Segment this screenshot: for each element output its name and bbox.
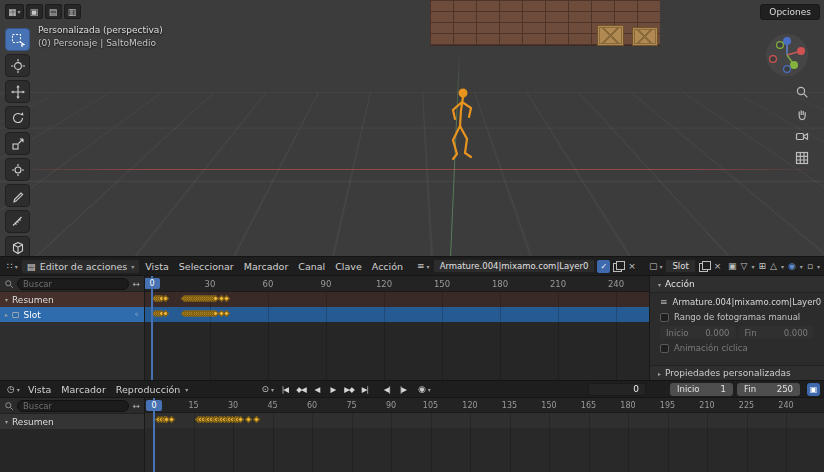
x-axis-ball[interactable] [797,47,805,55]
manual-range-checkbox-row[interactable]: Rango de fotogramas manual [650,310,824,324]
chevron-down-icon[interactable]: ▾ [817,263,820,270]
new-action-button[interactable] [610,259,626,273]
jump-to-end-button[interactable]: ▶| [357,382,373,396]
start-frame-field[interactable]: Inicio 1 [670,383,733,396]
fake-user-shield-toggle[interactable]: ✓ [597,260,610,273]
chevron-down-icon[interactable]: ▾ [752,263,755,270]
current-frame-field[interactable]: 0 [588,383,646,396]
new-slot-button[interactable] [696,259,712,273]
play-reverse-button[interactable]: ◀ [309,382,325,396]
playhead[interactable]: 0 [153,398,155,472]
tool-select-box[interactable] [5,28,30,51]
viewport-pan-button[interactable] [794,106,809,121]
chevron-down-icon[interactable]: ▾ [800,263,803,270]
snap-toggle-icon[interactable]: ◉ [788,261,796,271]
viewport-toggle-1[interactable]: ▣ [26,4,43,19]
menu-reproduccion[interactable]: Reproducción [111,384,186,395]
menu-marcador[interactable]: Marcador [56,384,111,395]
unlink-action-button[interactable]: × [626,261,638,271]
filter-funnel-icon[interactable]: ▽ [741,261,748,271]
channel-row-resumen[interactable]: ▾ Resumen [0,292,144,307]
y-axis-ball[interactable] [790,61,798,69]
keyframe-39[interactable] [253,416,260,423]
step-forward-button[interactable]: |▶ [395,382,411,396]
frame-ruler[interactable]: 0153045607590105120135150165180195210225… [145,398,824,413]
tool-cursor[interactable] [5,54,30,77]
keying-popover-button[interactable]: ⊙ ▾ [258,382,277,396]
keyframe-36[interactable] [245,416,252,423]
3d-viewport[interactable]: ▦ ▾ ▣ ▤ ▥ Personalizada (perspectiva) (0… [0,0,824,257]
expand-collapse-icon[interactable]: ↔ [132,279,140,289]
slot-selector-button[interactable]: ▢ ▾ [646,259,666,273]
tool-move[interactable] [5,80,30,103]
tool-add-primitive[interactable] [5,236,30,257]
keyframe-39[interactable] [223,310,230,317]
options-button[interactable]: Opciones [760,4,820,20]
menu-vista[interactable]: Vista [140,261,173,272]
editor-type-dropdown[interactable]: ◷ ▾ [4,382,23,396]
auto-merge-icon[interactable]: △ [770,261,777,271]
play-button[interactable]: ▶ [325,382,341,396]
tool-annotate[interactable] [5,184,30,207]
slot-name-field[interactable]: Slot [665,259,695,273]
menu-canal[interactable]: Canal [293,261,330,272]
wooden-crate-object[interactable] [632,27,658,46]
tool-scale[interactable] [5,132,30,155]
auto-keying-button[interactable]: ◉ ▾ [415,382,434,396]
cyclic-checkbox-row[interactable]: Animación cíclica [650,341,824,355]
end-frame-field[interactable]: Fin 250 [737,383,800,396]
menu-vista[interactable]: Vista [23,384,56,395]
next-keyframe-button[interactable]: ▶◆ [341,382,357,396]
viewport-toggle-2[interactable]: ▤ [45,4,62,19]
proportional-edit-icon[interactable]: ⊞ [759,261,767,271]
tool-rotate[interactable] [5,106,30,129]
start-frame-field[interactable]: Inicio 0.000 [660,326,736,339]
wooden-crate-object[interactable] [597,25,624,46]
pin-icon[interactable]: ◦ [134,310,139,319]
previous-keyframe-button[interactable]: ◆◀ [293,382,309,396]
expand-collapse-icon[interactable]: ↔ [132,401,140,411]
keyframe-7[interactable] [168,416,175,423]
chevron-down-icon[interactable]: ▾ [781,263,784,270]
tool-measure[interactable] [5,210,30,233]
playhead[interactable]: 0 [151,276,153,380]
frame-ruler[interactable]: 0306090120150180210240 [145,276,649,292]
viewport-toggle-3[interactable]: ▥ [64,4,81,19]
checkbox-unchecked[interactable] [660,344,669,353]
step-back-button[interactable]: ◀| [379,382,395,396]
timeline-options-toggle[interactable]: ▣ [807,383,820,396]
extra-options-icon[interactable]: ▫ [807,261,813,271]
action-name-field[interactable]: Armature.004|mixamo.com|Layer0 [433,259,596,273]
armature-character[interactable] [440,86,484,178]
dope-sheet-track-area[interactable]: 0306090120150180210240 0 [145,276,649,380]
unlink-slot-button[interactable]: × [712,261,724,271]
z-axis-negative-ball[interactable] [784,66,791,73]
end-frame-field[interactable]: Fin 0.000 [739,326,815,339]
channel-row-slot[interactable]: ▸ ▢ Slot ◦ [0,307,144,322]
checkbox-unchecked[interactable] [660,313,669,322]
channel-search-input[interactable] [17,400,129,412]
editor-type-dropdown[interactable]: ∷ ▾ [4,259,21,273]
navigation-gizmo[interactable] [764,32,810,78]
timeline-track-area[interactable]: 0153045607590105120135150165180195210225… [145,398,824,472]
menu-accion[interactable]: Acción [367,261,408,272]
editor-mode-dropdown[interactable]: ▤ Editor de acciones ▾ [21,259,141,274]
custom-properties-panel[interactable]: ▸ Propiedades personalizadas [650,365,824,380]
y-axis-negative-ball[interactable] [777,42,784,49]
viewport-ortho-toggle[interactable] [794,150,809,165]
filter-collection-icon[interactable]: ▣ [728,261,737,271]
menu-marcador[interactable]: Marcador [239,261,294,272]
z-axis-ball[interactable] [783,37,791,45]
action-name-row[interactable]: ≡ Armature.004|mixamo.com|Layer0 [650,293,824,310]
menu-clave[interactable]: Clave [330,261,367,272]
browse-action-button[interactable]: ≡ ▾ [414,259,433,273]
jump-to-start-button[interactable]: |◀ [277,382,293,396]
menu-seleccionar[interactable]: Seleccionar [174,261,239,272]
viewport-zoom-button[interactable] [794,84,809,99]
viewport-camera-button[interactable] [794,128,809,143]
tool-transform[interactable] [5,158,30,181]
x-axis-negative-ball[interactable] [770,56,777,63]
brick-wall-object[interactable] [430,0,660,46]
editor-type-button[interactable]: ▦ ▾ [5,4,24,19]
action-panel-header[interactable]: ▾ Acción [650,276,824,293]
